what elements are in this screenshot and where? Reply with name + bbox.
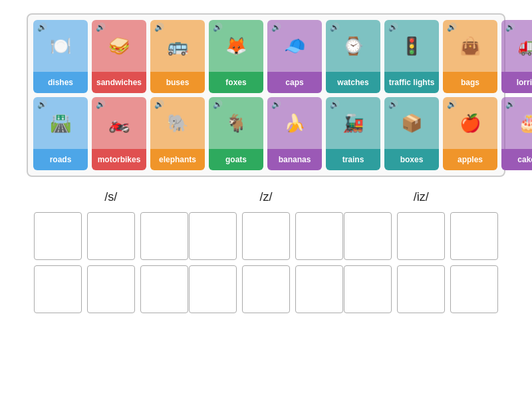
card-label-elephants: elephants xyxy=(150,149,205,170)
card-emoji-dishes: 🍽️ xyxy=(50,37,71,55)
cards-row-2: 🔊 🛣️ roads 🔊 🏍️ motorbikes 🔊 🐘 elephants… xyxy=(33,97,499,170)
card-emoji-motorbikes: 🏍️ xyxy=(108,114,130,132)
card-emoji-trains: 🚂 xyxy=(342,114,364,132)
card-trains[interactable]: 🔊 🚂 trains xyxy=(326,97,380,170)
sort-slot-iz-2[interactable] xyxy=(450,212,498,260)
speaker-icon-watches[interactable]: 🔊 xyxy=(330,23,340,32)
card-label-sandwiches: sandwiches xyxy=(92,72,146,93)
card-image-buses: 🔊 🚌 xyxy=(150,20,205,72)
card-emoji-goats: 🐐 xyxy=(225,114,247,132)
card-emoji-cakes: 🎂 xyxy=(518,114,532,132)
speaker-icon-bags[interactable]: 🔊 xyxy=(447,23,457,32)
card-cakes[interactable]: 🔊 🎂 cakes xyxy=(501,97,532,170)
sort-slot-z-5[interactable] xyxy=(295,265,343,313)
speaker-icon-buses[interactable]: 🔊 xyxy=(154,23,164,32)
cards-row-1: 🔊 🍽️ dishes 🔊 🥪 sandwiches 🔊 🚌 buses 🔊 🦊… xyxy=(33,20,499,93)
sort-header-z: /z/ xyxy=(259,190,272,204)
card-emoji-apples: 🍎 xyxy=(460,114,481,132)
sort-slot-z-3[interactable] xyxy=(189,265,237,313)
speaker-icon-foxes[interactable]: 🔊 xyxy=(213,23,223,32)
card-dishes[interactable]: 🔊 🍽️ dishes xyxy=(33,20,88,93)
card-image-boxes: 🔊 📦 xyxy=(384,97,439,149)
sort-slots-row2-z xyxy=(189,265,343,313)
sort-slot-s-1[interactable] xyxy=(87,212,135,260)
speaker-icon-apples[interactable]: 🔊 xyxy=(447,100,457,109)
card-label-boxes: boxes xyxy=(384,149,439,170)
speaker-icon-elephants[interactable]: 🔊 xyxy=(154,100,164,109)
card-apples[interactable]: 🔊 🍎 apples xyxy=(443,97,497,170)
card-label-traffic: traffic lights xyxy=(384,72,439,93)
card-bananas[interactable]: 🔊 🍌 bananas xyxy=(267,97,322,170)
sort-slot-iz-1[interactable] xyxy=(397,212,445,260)
speaker-icon-trains[interactable]: 🔊 xyxy=(330,100,340,109)
card-image-trains: 🔊 🚂 xyxy=(326,97,380,149)
card-lorries[interactable]: 🔊 🚛 lorries xyxy=(501,20,532,93)
card-image-dishes: 🔊 🍽️ xyxy=(33,20,88,72)
sort-slot-iz-0[interactable] xyxy=(344,212,392,260)
card-buses[interactable]: 🔊 🚌 buses xyxy=(150,20,205,93)
card-boxes[interactable]: 🔊 📦 boxes xyxy=(384,97,439,170)
card-goats[interactable]: 🔊 🐐 goats xyxy=(209,97,263,170)
sort-slot-s-3[interactable] xyxy=(34,265,82,313)
card-emoji-elephants: 🐘 xyxy=(167,114,188,132)
speaker-icon-motorbikes[interactable]: 🔊 xyxy=(96,100,106,109)
sort-slot-s-2[interactable] xyxy=(140,212,188,260)
sort-slot-iz-4[interactable] xyxy=(397,265,445,313)
card-label-caps: caps xyxy=(267,72,322,93)
card-emoji-buses: 🚌 xyxy=(167,37,188,55)
card-image-cakes: 🔊 🎂 xyxy=(501,97,532,149)
speaker-icon-bananas[interactable]: 🔊 xyxy=(271,100,281,109)
sort-column-iz: /iz/ xyxy=(344,190,499,313)
speaker-icon-boxes[interactable]: 🔊 xyxy=(388,100,398,109)
card-label-apples: apples xyxy=(443,149,497,170)
card-image-motorbikes: 🔊 🏍️ xyxy=(92,97,146,149)
sort-slot-z-0[interactable] xyxy=(189,212,237,260)
card-image-sandwiches: 🔊 🥪 xyxy=(92,20,146,72)
speaker-icon-traffic[interactable]: 🔊 xyxy=(388,23,398,32)
sort-slot-iz-5[interactable] xyxy=(450,265,498,313)
card-emoji-traffic: 🚦 xyxy=(401,37,422,55)
card-image-traffic: 🔊 🚦 xyxy=(384,20,439,72)
sort-slot-s-4[interactable] xyxy=(87,265,135,313)
card-label-watches: watches xyxy=(326,72,380,93)
card-label-buses: buses xyxy=(150,72,205,93)
card-roads[interactable]: 🔊 🛣️ roads xyxy=(33,97,88,170)
sort-slot-z-2[interactable] xyxy=(295,212,343,260)
card-bags[interactable]: 🔊 👜 bags xyxy=(443,20,497,93)
speaker-icon-cakes[interactable]: 🔊 xyxy=(505,100,515,109)
card-motorbikes[interactable]: 🔊 🏍️ motorbikes xyxy=(92,97,146,170)
speaker-icon-lorries[interactable]: 🔊 xyxy=(505,23,515,32)
sort-slot-z-1[interactable] xyxy=(242,212,290,260)
card-emoji-lorries: 🚛 xyxy=(518,37,532,55)
card-label-dishes: dishes xyxy=(33,72,88,93)
card-image-watches: 🔊 ⌚ xyxy=(326,20,380,72)
speaker-icon-sandwiches[interactable]: 🔊 xyxy=(96,23,106,32)
card-image-apples: 🔊 🍎 xyxy=(443,97,497,149)
sort-slots-row1-s xyxy=(34,212,188,260)
sort-slot-iz-3[interactable] xyxy=(344,265,392,313)
card-caps[interactable]: 🔊 🧢 caps xyxy=(267,20,322,93)
sort-slot-s-0[interactable] xyxy=(34,212,82,260)
card-label-goats: goats xyxy=(209,149,263,170)
card-image-foxes: 🔊 🦊 xyxy=(209,20,263,72)
sorting-section: /s//z//iz/ xyxy=(27,190,505,313)
sort-column-s: /s/ xyxy=(33,190,188,313)
sort-slot-z-4[interactable] xyxy=(242,265,290,313)
card-sandwiches[interactable]: 🔊 🥪 sandwiches xyxy=(92,20,146,93)
card-label-cakes: cakes xyxy=(501,149,532,170)
card-image-bananas: 🔊 🍌 xyxy=(267,97,322,149)
speaker-icon-roads[interactable]: 🔊 xyxy=(37,100,47,109)
speaker-icon-dishes[interactable]: 🔊 xyxy=(37,23,47,32)
card-traffic[interactable]: 🔊 🚦 traffic lights xyxy=(384,20,439,93)
card-watches[interactable]: 🔊 ⌚ watches xyxy=(326,20,380,93)
card-elephants[interactable]: 🔊 🐘 elephants xyxy=(150,97,205,170)
card-image-goats: 🔊 🐐 xyxy=(209,97,263,149)
speaker-icon-goats[interactable]: 🔊 xyxy=(213,100,223,109)
card-emoji-caps: 🧢 xyxy=(284,37,305,55)
card-foxes[interactable]: 🔊 🦊 foxes xyxy=(209,20,263,93)
speaker-icon-caps[interactable]: 🔊 xyxy=(271,23,281,32)
card-image-caps: 🔊 🧢 xyxy=(267,20,322,72)
sort-slot-s-5[interactable] xyxy=(140,265,188,313)
cards-section: 🔊 🍽️ dishes 🔊 🥪 sandwiches 🔊 🚌 buses 🔊 🦊… xyxy=(27,13,505,177)
card-emoji-foxes: 🦊 xyxy=(225,37,247,55)
